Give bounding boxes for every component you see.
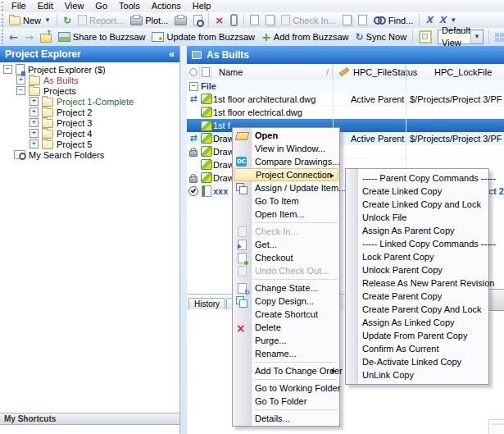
menu-item-open[interactable]: Open xyxy=(233,129,339,142)
tree-item-project-1-complete[interactable]: +Project 1-Complete xyxy=(0,96,179,107)
sync-now-button[interactable]: Sync Now xyxy=(352,31,411,43)
menu-item-view-in-window[interactable]: View in Window... xyxy=(233,142,339,155)
menu-item-compare-drawings[interactable]: DCCompare Drawings... xyxy=(233,155,339,168)
submenu-item-create-parent-copy-and-lock[interactable]: Create Parent Copy And Lock xyxy=(346,303,488,316)
menu-item-add-to-change-order[interactable]: Add To Change Order▶ xyxy=(233,364,339,377)
submenu-item-confirm-as-current[interactable]: Confirm As Current xyxy=(346,342,488,355)
tree-expander[interactable]: + xyxy=(30,97,39,106)
menu-item-project-connection[interactable]: Project Connection▶ xyxy=(234,168,338,181)
toolbar-grip[interactable] xyxy=(2,2,3,11)
submenu-item-create-parent-copy[interactable]: Create Parent Copy xyxy=(346,290,488,303)
submenu-item-create-linked-copy-and-lock[interactable]: Create Linked Copy and Lock xyxy=(346,198,488,211)
tree-expander[interactable]: + xyxy=(30,139,39,148)
menu-help[interactable]: Help xyxy=(187,1,217,11)
attach-button[interactable] xyxy=(227,13,241,27)
find-button[interactable]: Find... xyxy=(370,15,417,26)
submenu-item-unlock-file[interactable]: Unlock File xyxy=(346,211,488,224)
tree-expander[interactable]: + xyxy=(16,75,25,85)
collapse-panel-button[interactable]: « xyxy=(169,48,175,60)
tree-item-my-search-folders[interactable]: My Search Folders xyxy=(0,149,179,160)
file-type-column-header[interactable] xyxy=(200,64,212,80)
submenu-item-release-as-new-parent-revision[interactable]: Release As New Parent Revision xyxy=(346,276,488,290)
tree-item-projects[interactable]: −Projects xyxy=(0,85,179,96)
forward-button[interactable] xyxy=(21,31,37,43)
add-from-buzzsaw-button[interactable]: Add from Buzzsaw xyxy=(258,30,352,43)
submenu-item-lock-parent-copy[interactable]: Lock Parent Copy xyxy=(346,250,488,263)
file-status-column-header[interactable]: HPC_FileStatus xyxy=(333,64,406,80)
menu-actions[interactable]: Actions xyxy=(146,1,187,11)
check-in-button[interactable]: Check In... xyxy=(278,14,339,26)
tree-expander[interactable]: + xyxy=(30,118,39,127)
views-toggle-button[interactable] xyxy=(415,30,435,44)
menu-item-check-in[interactable]: Check In... xyxy=(233,225,339,238)
menu-item-details[interactable]: Details... xyxy=(233,412,339,425)
menu-file[interactable]: File xyxy=(6,1,32,11)
menu-go[interactable]: Go xyxy=(89,1,113,11)
layout-button[interactable]: Layout ▼ xyxy=(492,31,504,43)
menu-item-copy-design[interactable]: Copy Design... xyxy=(233,295,339,308)
status-column-header[interactable] xyxy=(187,64,200,80)
tree-item-as-builts[interactable]: +As Builts xyxy=(0,75,179,85)
tab-history[interactable]: History xyxy=(188,298,225,310)
tree-expander[interactable]: − xyxy=(3,65,12,74)
menu-item-go-to-folder[interactable]: Go To Folder xyxy=(233,395,339,408)
submenu-item-assign-as-parent-copy[interactable]: Assign As Parent Copy xyxy=(346,224,488,237)
submenu-item-assign-as-linked-copy[interactable]: Assign As Linked Copy xyxy=(346,316,488,329)
plot-button[interactable]: Plot... xyxy=(127,14,171,26)
tree-item-project-explorer[interactable]: −Project Explorer ($) xyxy=(0,64,179,75)
menu-item-change-state[interactable]: Change State... xyxy=(233,281,339,295)
menu-edit[interactable]: Edit xyxy=(32,1,59,11)
folder-up-button[interactable] xyxy=(37,31,55,43)
menu-view[interactable]: View xyxy=(59,1,90,11)
menu-item-rename[interactable]: Rename... xyxy=(233,347,339,360)
toolbar-overflow-chevron[interactable]: ▼ xyxy=(450,16,456,24)
new-button[interactable]: New ▼ xyxy=(6,14,54,26)
table-row[interactable]: 1st floor architectural.dwgActive Parent… xyxy=(187,93,504,106)
file-group-row[interactable]: − File xyxy=(187,80,504,94)
view-combo[interactable]: Default View ▼ xyxy=(438,30,484,44)
menu-item-go-to-working-folder[interactable]: Go to Working Folder xyxy=(233,381,339,395)
export-button[interactable] xyxy=(422,14,435,26)
table-row[interactable]: 1st floor electrical.dwg xyxy=(187,106,504,119)
submenu-item-unlink-copy[interactable]: UnLink Copy xyxy=(346,368,488,381)
submenu-item-de-activate-linked-copy[interactable]: De-Activate Linked Copy xyxy=(346,355,488,368)
panel-splitter[interactable] xyxy=(180,46,187,434)
tree-item-project-3[interactable]: +Project 3 xyxy=(0,117,179,128)
get-latest-button[interactable] xyxy=(339,14,355,26)
menu-item-assign-update-item[interactable]: Assign / Update Item... xyxy=(233,181,339,194)
menu-item-purge[interactable]: Purge... xyxy=(233,334,339,347)
back-button[interactable] xyxy=(6,31,21,43)
update-from-buzzsaw-button[interactable]: Update from Buzzsaw xyxy=(148,31,258,43)
menu-item-delete[interactable]: Delete xyxy=(233,321,339,334)
delete-button[interactable] xyxy=(211,14,227,26)
submenu-item-create-linked-copy[interactable]: Create Linked Copy xyxy=(346,185,488,198)
tree-expander[interactable]: + xyxy=(30,129,39,138)
menu-item-undo-check-out[interactable]: Undo Check Out... xyxy=(233,264,339,277)
share-to-buzzsaw-button[interactable]: Share to Buzzsaw xyxy=(55,31,149,43)
my-shortcuts-bar[interactable]: My Shortcuts xyxy=(0,413,179,425)
tree-item-project-4[interactable]: +Project 4 xyxy=(0,128,179,139)
group-expander[interactable]: − xyxy=(189,82,198,91)
tree-item-project-2[interactable]: +Project 2 xyxy=(0,107,179,117)
toolbar-grip[interactable] xyxy=(2,14,3,26)
menu-item-open-item[interactable]: Open Item... xyxy=(233,208,339,221)
combo-dropdown-button[interactable]: ▼ xyxy=(470,30,483,43)
print-preview-button[interactable] xyxy=(190,14,206,26)
submenu-item-unlock-parent-copy[interactable]: Unlock Parent Copy xyxy=(346,263,488,276)
report-button[interactable]: Report... xyxy=(75,14,127,26)
copy-button[interactable] xyxy=(262,14,278,26)
menu-item-get[interactable]: Get... xyxy=(233,238,339,251)
print-button[interactable] xyxy=(171,14,190,26)
menu-item-create-shortcut[interactable]: Create Shortcut xyxy=(233,308,339,321)
lock-file-column-header[interactable]: HPC_LockFile xyxy=(406,64,504,80)
tree-expander[interactable]: + xyxy=(30,107,39,116)
checkout-button[interactable] xyxy=(355,14,370,26)
menu-item-checkout[interactable]: Checkout xyxy=(233,251,339,264)
tree-expander[interactable]: − xyxy=(16,86,25,95)
tree-item-project-5[interactable]: +Project 5 xyxy=(0,139,179,149)
menu-item-go-to-item[interactable]: Go To Item xyxy=(233,194,339,208)
submenu-item-update-from-parent-copy[interactable]: Update From Parent Copy xyxy=(346,329,488,342)
toolbar-grip[interactable] xyxy=(2,30,3,44)
refresh-button[interactable] xyxy=(60,15,75,26)
menu-tools[interactable]: Tools xyxy=(113,1,146,11)
